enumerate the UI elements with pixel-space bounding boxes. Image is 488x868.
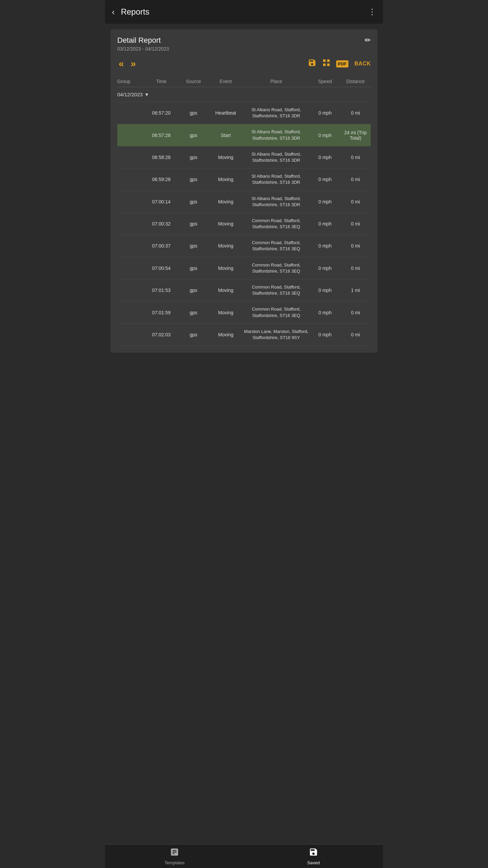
cell-event: Moving — [209, 332, 243, 337]
cell-time: 07:00:32 — [144, 221, 178, 226]
cell-time: 07:01:59 — [144, 310, 178, 315]
cell-source: gps — [178, 221, 209, 226]
cell-time: 06:59:28 — [144, 177, 178, 182]
col-distance: Distance — [340, 79, 371, 84]
table-row: 07:01:53 gps Moving Common Road, Staffor… — [117, 279, 371, 301]
col-time: Time — [144, 79, 178, 84]
cell-distance: 0 mi — [340, 110, 371, 116]
table-column-headers: Group Time Source Event Place Speed Dist… — [117, 76, 371, 87]
cell-source: gps — [178, 243, 209, 249]
cell-distance: 0 mi — [340, 221, 371, 226]
cell-event: Moving — [209, 199, 243, 204]
templates-icon — [170, 847, 179, 859]
top-bar: ‹ Reports ⋮ — [105, 0, 383, 24]
table-row: 06:57:20 gps Heartbeat St Albans Road, S… — [117, 102, 371, 124]
cell-speed: 0 mph — [310, 199, 340, 204]
cell-place: St Albans Road, Stafford, Staffordshire,… — [243, 196, 310, 208]
page-title: Reports — [121, 7, 368, 17]
cell-distance: 1 mi — [340, 288, 371, 293]
pdf-icon[interactable]: PDF — [336, 60, 348, 67]
cell-source: gps — [178, 332, 209, 337]
saved-label: Saved — [307, 860, 320, 865]
cell-time: 07:00:14 — [144, 199, 178, 204]
cell-time: 07:02:03 — [144, 332, 178, 337]
table-row: 07:00:54 gps Moving Common Road, Staffor… — [117, 257, 371, 279]
cell-source: gps — [178, 177, 209, 182]
save-icon[interactable] — [308, 58, 317, 70]
table-row: 07:01:59 gps Moving Common Road, Staffor… — [117, 301, 371, 323]
cell-speed: 0 mph — [310, 177, 340, 182]
table-body: 06:57:20 gps Heartbeat St Albans Road, S… — [117, 102, 371, 346]
cell-time: 07:01:53 — [144, 288, 178, 293]
table-row: 07:00:37 gps Moving Common Road, Staffor… — [117, 235, 371, 257]
report-toolbar: « » PDF BACK — [117, 57, 371, 71]
cell-place: St Albans Road, Stafford, Staffordshire,… — [243, 107, 310, 119]
card-header: Detail Report 03/12/2023 - 04/12/2023 ✏ — [117, 36, 371, 52]
table-row: 06:57:28 gps Start St Albans Road, Staff… — [117, 124, 371, 146]
cell-source: gps — [178, 265, 209, 271]
cell-distance: 0 mi — [340, 243, 371, 249]
cell-event: Heartbeat — [209, 110, 243, 116]
nav-item-templates[interactable]: Templates — [105, 845, 244, 868]
cell-source: gps — [178, 310, 209, 315]
cell-time: 07:00:37 — [144, 243, 178, 249]
cell-place: Common Road, Stafford, Staffordshire, ST… — [243, 218, 310, 230]
data-table: Group Time Source Event Place Speed Dist… — [117, 76, 371, 346]
bottom-navigation: Templates Saved — [105, 844, 383, 868]
table-row: 07:02:03 gps Moving Marston Lane, Marsto… — [117, 324, 371, 346]
double-left-arrow-icon: « — [119, 58, 124, 69]
cell-speed: 0 mph — [310, 110, 340, 116]
chevron-down-icon: ▾ — [145, 91, 148, 98]
cell-distance: 0 mi — [340, 177, 371, 182]
report-title: Detail Report — [117, 36, 169, 45]
date-filter-label: 04/12/2023 — [117, 92, 143, 97]
cell-speed: 0 mph — [310, 310, 340, 315]
date-filter-row[interactable]: 04/12/2023 ▾ — [117, 87, 371, 102]
cell-event: Moving — [209, 243, 243, 249]
back-nav-button[interactable]: ‹ — [112, 7, 115, 17]
edit-icon[interactable]: ✏ — [365, 36, 371, 45]
nav-next-button[interactable]: » — [129, 57, 138, 71]
cell-distance: 0 mi — [340, 199, 371, 204]
cell-speed: 0 mph — [310, 155, 340, 160]
detail-report-card: Detail Report 03/12/2023 - 04/12/2023 ✏ … — [110, 29, 378, 353]
cell-event: Start — [209, 133, 243, 138]
cell-place: Common Road, Stafford, Staffordshire, ST… — [243, 284, 310, 296]
templates-label: Templates — [164, 860, 184, 865]
cell-place: St Albans Road, Stafford, Staffordshire,… — [243, 129, 310, 141]
menu-dots-button[interactable]: ⋮ — [368, 7, 376, 17]
cell-speed: 0 mph — [310, 221, 340, 226]
cell-time: 07:00:54 — [144, 265, 178, 271]
table-row: 06:59:28 gps Moving St Albans Road, Staf… — [117, 169, 371, 191]
cell-time: 06:57:20 — [144, 110, 178, 116]
cell-speed: 0 mph — [310, 288, 340, 293]
cell-source: gps — [178, 133, 209, 138]
cell-distance: 0 mi — [340, 265, 371, 271]
report-date-range: 03/12/2023 - 04/12/2023 — [117, 46, 169, 52]
cell-distance: 0 mi — [340, 332, 371, 337]
cell-event: Moving — [209, 265, 243, 271]
grid-icon[interactable] — [322, 58, 331, 70]
cell-speed: 0 mph — [310, 133, 340, 138]
cell-place: St Albans Road, Stafford, Staffordshire,… — [243, 173, 310, 185]
table-row: 06:58:28 gps Moving St Albans Road, Staf… — [117, 146, 371, 169]
cell-event: Moving — [209, 221, 243, 226]
cell-place: Marston Lane, Marston, Stafford, Staffor… — [243, 329, 310, 341]
nav-item-saved[interactable]: Saved — [244, 845, 383, 868]
saved-icon — [309, 847, 318, 859]
col-group: Group — [117, 79, 144, 84]
cell-place: Common Road, Stafford, Staffordshire, ST… — [243, 240, 310, 252]
cell-place: Common Road, Stafford, Staffordshire, ST… — [243, 306, 310, 318]
col-event: Event — [209, 79, 243, 84]
col-place: Place — [243, 79, 310, 84]
cell-time: 06:57:28 — [144, 133, 178, 138]
nav-prev-button[interactable]: « — [117, 57, 125, 71]
cell-place: St Albans Road, Stafford, Staffordshire,… — [243, 151, 310, 163]
cell-source: gps — [178, 110, 209, 116]
col-source: Source — [178, 79, 209, 84]
cell-event: Moving — [209, 155, 243, 160]
table-row: 07:00:32 gps Moving Common Road, Staffor… — [117, 213, 371, 235]
table-row: 07:00:14 gps Moving St Albans Road, Staf… — [117, 191, 371, 213]
back-button[interactable]: BACK — [354, 61, 371, 67]
cell-speed: 0 mph — [310, 265, 340, 271]
